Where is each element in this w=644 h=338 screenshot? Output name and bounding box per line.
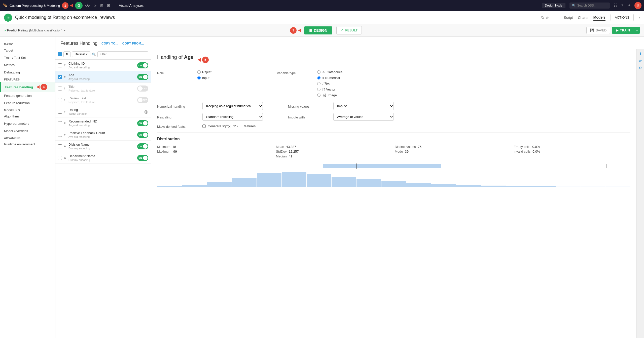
play-icon[interactable]: ▷: [94, 3, 97, 8]
age-toggle[interactable]: ON: [137, 74, 148, 80]
title-toggle[interactable]: OFF: [137, 86, 148, 92]
share-icon[interactable]: ⊕: [546, 16, 549, 20]
apps-icon[interactable]: ⠿: [614, 3, 617, 8]
sidebar-item-model-overrides[interactable]: Model Overrides: [0, 127, 55, 135]
reject-radio-input[interactable]: [197, 70, 201, 74]
input-radio-input[interactable]: [197, 76, 201, 79]
copy-icon[interactable]: ⧉: [541, 15, 544, 20]
saved-button[interactable]: 💾 SAVED: [586, 27, 610, 34]
code-icon[interactable]: </>: [85, 4, 90, 8]
link-icon[interactable]: ↗: [627, 3, 630, 8]
numerical-radio[interactable]: # Numerical: [317, 76, 343, 80]
histogram-bar: [581, 187, 605, 187]
text-radio-input[interactable]: [317, 82, 320, 85]
age-checkbox[interactable]: [58, 75, 62, 79]
review-text-checkbox[interactable]: [58, 98, 62, 102]
collapse-icon[interactable]: ›: [639, 15, 640, 20]
help-icon[interactable]: ?: [621, 4, 623, 8]
text-radio[interactable]: I Text: [317, 82, 343, 86]
vector-radio-input[interactable]: [317, 88, 320, 91]
search-box[interactable]: 🔍 Search DSS...: [569, 3, 610, 9]
sidebar-item-hyperparameters[interactable]: Hyperparameters: [0, 120, 55, 127]
list-item[interactable]: A Department Name Dummy encoding ON: [55, 152, 151, 164]
train-dropdown-button[interactable]: ▾: [634, 27, 640, 34]
categorical-radio[interactable]: A Categorical: [317, 70, 343, 74]
sidebar-item-train-test[interactable]: Train / Test Set: [0, 54, 55, 61]
rec-ind-type: #: [64, 122, 66, 125]
info-icon[interactable]: ℹ: [640, 52, 641, 56]
list-item[interactable]: # Positive Feedback Count Avg-std rescal…: [55, 129, 151, 141]
actions-button[interactable]: ACTIONS: [611, 14, 634, 21]
save-icon: 💾: [590, 28, 594, 32]
user-avatar[interactable]: U: [634, 2, 641, 9]
division-checkbox[interactable]: [58, 144, 62, 148]
sidebar-item-feature-generation[interactable]: Feature generation: [0, 92, 55, 99]
result-button[interactable]: ✓ RESULT: [336, 26, 362, 34]
numerical-radio-input[interactable]: [317, 76, 320, 79]
list-item[interactable]: # Clothing ID Avg-std rescaling ON: [55, 60, 151, 71]
stddev-stat: StdDev 12.257: [276, 150, 393, 153]
division-toggle[interactable]: ON: [137, 143, 148, 149]
sync-icon[interactable]: ⟳: [639, 59, 642, 63]
rescaling-select[interactable]: Standard rescaling: [202, 113, 263, 121]
train-play-icon: ▶: [616, 28, 618, 32]
impute-with-label: Impute with: [288, 114, 323, 119]
train-button[interactable]: ▶ TRAIN: [612, 27, 634, 34]
sidebar-item-feature-reduction[interactable]: Feature reduction: [0, 99, 55, 107]
list-item[interactable]: I Title Rejected, text feature OFF: [55, 83, 151, 94]
select-all-checkbox[interactable]: [58, 52, 62, 56]
rec-ind-checkbox[interactable]: [58, 121, 62, 125]
title-checkbox[interactable]: [58, 87, 62, 91]
recycle-icon-btn[interactable]: ♻: [75, 2, 83, 9]
review-text-toggle[interactable]: OFF: [137, 97, 148, 103]
sidebar-item-features-handling[interactable]: Features handling 4: [0, 82, 55, 92]
dept-toggle[interactable]: ON: [137, 155, 148, 161]
list-item[interactable]: # Age Avg-std rescaling ON: [55, 71, 151, 83]
charts-link[interactable]: Charts: [578, 15, 588, 21]
sidebar-item-runtime-env[interactable]: Runtime environment: [0, 141, 55, 148]
image-radio[interactable]: 🖼 Image: [317, 93, 343, 97]
image-radio-input[interactable]: [317, 94, 320, 97]
feature-filter-input[interactable]: [97, 51, 148, 57]
categorical-radio-input[interactable]: [317, 70, 320, 74]
layers-icon[interactable]: ⊟: [100, 3, 103, 8]
derived-feats-checkbox[interactable]: [202, 124, 206, 128]
dataset-dropdown[interactable]: Dataset ▾: [72, 51, 90, 57]
script-link[interactable]: Script: [564, 15, 573, 21]
reject-radio[interactable]: Reject: [197, 70, 211, 74]
sidebar-item-algorithms[interactable]: Algorithms: [0, 113, 55, 120]
more-icon[interactable]: ···: [114, 4, 117, 8]
pfc-checkbox[interactable]: [58, 133, 62, 137]
clothing-id-toggle[interactable]: ON: [137, 62, 148, 68]
toggle-on-label-age: ON: [138, 76, 142, 78]
list-item[interactable]: A Division Name Dummy encoding ON: [55, 141, 151, 152]
grid-icon[interactable]: ⊞: [107, 3, 110, 8]
missing-values-select[interactable]: Impute ...: [333, 102, 394, 110]
pfc-toggle[interactable]: ON: [137, 132, 148, 138]
input-radio[interactable]: Input: [197, 76, 211, 80]
models-link[interactable]: Models: [593, 14, 605, 21]
sidebar-item-debugging[interactable]: Debugging: [0, 69, 55, 76]
predict-dropdown-icon[interactable]: ▾: [64, 28, 66, 32]
design-button[interactable]: ⊞ DESIGN: [304, 26, 332, 34]
settings-icon[interactable]: ⚙: [639, 66, 642, 70]
list-item[interactable]: # Recommended IND Avg-std rescaling ON: [55, 117, 151, 129]
dept-checkbox[interactable]: [58, 156, 62, 160]
copy-to-button[interactable]: COPY TO...: [101, 42, 118, 45]
toggle-knob-pfc: [143, 133, 148, 137]
numerical-handling-select[interactable]: Keeping as a regular numerica: [202, 102, 263, 110]
variable-type-section: Variable type A Categorical # Numerical: [277, 70, 343, 97]
copy-from-button[interactable]: COPY FROM...: [122, 42, 144, 45]
sidebar-item-metrics[interactable]: Metrics: [0, 61, 55, 69]
list-item[interactable]: I Review Text Rejected, text feature OFF: [55, 94, 151, 106]
sort-icon: ⇅: [66, 53, 68, 56]
clothing-id-checkbox[interactable]: [58, 63, 62, 67]
rating-checkbox[interactable]: [58, 110, 62, 114]
sort-button[interactable]: ⇅: [63, 51, 70, 57]
features-handling-header: Features Handling COPY TO... COPY FROM..…: [55, 37, 644, 49]
list-item[interactable]: # Rating Target variable ◎: [55, 106, 151, 117]
rec-ind-toggle[interactable]: ON: [137, 120, 148, 126]
impute-with-select[interactable]: Average of values: [333, 113, 394, 121]
sidebar-item-target[interactable]: Target: [0, 47, 55, 54]
vector-radio[interactable]: [ ] Vector: [317, 88, 343, 91]
